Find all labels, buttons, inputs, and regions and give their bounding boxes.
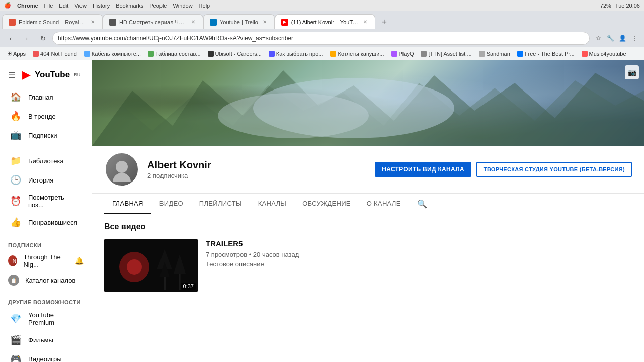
- tab-search-icon[interactable]: 🔍: [413, 195, 431, 213]
- menu-people[interactable]: People: [149, 3, 167, 9]
- tab-video[interactable]: ВИДЕО: [151, 194, 191, 214]
- svg-point-8: [127, 259, 142, 275]
- menu-file[interactable]: File: [44, 3, 53, 9]
- bookmark-table[interactable]: Таблица состав...: [145, 50, 203, 58]
- section-title: Все видео: [104, 222, 632, 231]
- sidebar-item-movies[interactable]: 🎬 Фильмы: [2, 330, 90, 349]
- bookmark-label: 404 Not Found: [40, 51, 77, 57]
- tab-favicon: [109, 19, 116, 26]
- menu-view[interactable]: View: [74, 3, 87, 9]
- video-thumbnail[interactable]: 0:37: [104, 239, 198, 292]
- menu-window[interactable]: Window: [173, 3, 192, 9]
- bookmark-ttn[interactable]: [TTN] Asset list ...: [418, 50, 474, 58]
- tab-title: (11) Albert Kovnir – YouTube: [291, 19, 359, 25]
- bookmark-ubisoft[interactable]: Ubisoft - Careers...: [205, 50, 265, 58]
- bookmark-apps[interactable]: ⊞ Apps: [4, 49, 29, 58]
- sidebar-item-through-nig[interactable]: TN Through The Nig... 🔔: [0, 250, 92, 272]
- sidebar-item-library[interactable]: 📁 Библиотека: [2, 151, 90, 170]
- movies-icon: 🎬: [10, 334, 20, 345]
- tab-trello[interactable]: Youtube | Trello ✕: [203, 14, 275, 29]
- menu-icon[interactable]: ⋮: [629, 33, 640, 44]
- youtube-logo-text: YouTube: [35, 70, 70, 80]
- profile-icon[interactable]: 👤: [617, 33, 628, 44]
- bookmark-kotlety[interactable]: Котлеты капуши...: [327, 50, 387, 58]
- sidebar-item-label: Подписки: [28, 132, 57, 139]
- sidebar-item-history[interactable]: 🕒 История: [2, 170, 90, 190]
- sidebar-item-label: В тренде: [28, 113, 56, 120]
- video-title[interactable]: TRAILER5: [206, 239, 632, 248]
- tab-chernobyl[interactable]: HD Смотреть сериал Чернобы... ✕: [103, 14, 203, 29]
- reload-button[interactable]: ↻: [36, 32, 49, 45]
- sidebar-item-liked[interactable]: 👍 Понравившиеся: [2, 213, 90, 232]
- url-bar[interactable]: https://www.youtube.com/channel/UCj-nOJ7…: [52, 32, 590, 45]
- menu-help[interactable]: Help: [199, 3, 210, 9]
- hamburger-icon[interactable]: ☰: [8, 70, 15, 80]
- bookmark-music4yt[interactable]: Music4youtube: [579, 50, 629, 58]
- channel-details: Albert Kovnir 2 подписчика: [147, 159, 375, 179]
- menu-bookmarks[interactable]: Bookmarks: [116, 3, 143, 9]
- tab-close-btn[interactable]: ✕: [362, 19, 369, 26]
- sidebar-item-subscriptions[interactable]: 📺 Подписки: [2, 126, 90, 145]
- bookmark-playq[interactable]: PlayQ: [388, 50, 417, 58]
- tab-main[interactable]: ГЛАВНАЯ: [104, 194, 151, 214]
- tab-close-btn[interactable]: ✕: [89, 19, 96, 26]
- apps-icon: ⊞: [7, 50, 12, 57]
- bookmark-how[interactable]: Как выбрать про...: [266, 50, 327, 58]
- video-meta: 7 просмотров • 20 часов назад: [206, 251, 632, 258]
- tab-about[interactable]: О КАНАЛЕ: [359, 194, 409, 214]
- subscriptions-section-title: ПОДПИСКИ: [0, 238, 92, 250]
- extensions-icon[interactable]: 🔧: [605, 33, 616, 44]
- creative-studio-button[interactable]: ТВОРЧЕСКАЯ СТУДИЯ YOUTUBE (БЕТА-ВЕРСИЯ): [476, 162, 632, 177]
- sidebar-item-label: Фильмы: [28, 336, 53, 344]
- sidebar-item-trending[interactable]: 🔥 В тренде: [2, 107, 90, 126]
- menu-edit[interactable]: Edit: [59, 3, 68, 9]
- bookmark-free[interactable]: Free - The Best Pr...: [514, 50, 578, 58]
- sidebar-item-games[interactable]: 🎮 Видеоигры: [2, 349, 90, 362]
- bookmark-404[interactable]: 404 Not Found: [30, 50, 80, 58]
- tab-playlists[interactable]: ПЛЕЙЛИСТЫ: [191, 194, 250, 214]
- tab-epidemic[interactable]: Epidemic Sound – Royalty Fre... ✕: [2, 14, 103, 29]
- bookmark-star-icon[interactable]: ☆: [593, 33, 604, 44]
- tab-channels[interactable]: КАНАЛЫ: [250, 194, 294, 214]
- channel-subscribers: 2 подписчика: [147, 172, 375, 179]
- back-button[interactable]: ‹: [4, 32, 17, 45]
- macos-menu: 🍎 Chrome File Edit View History Bookmark…: [4, 2, 210, 9]
- sidebar-item-home[interactable]: 🏠 Главная: [2, 87, 90, 107]
- menu-history[interactable]: History: [93, 3, 110, 9]
- new-tab-button[interactable]: +: [377, 15, 391, 29]
- home-icon: 🏠: [10, 92, 20, 103]
- tab-close-btn[interactable]: ✕: [190, 19, 197, 26]
- apple-icon[interactable]: 🍎: [4, 2, 11, 9]
- games-icon: 🎮: [10, 353, 20, 362]
- sidebar-item-label: YouTube Premium: [28, 311, 82, 326]
- tab-youtube-active[interactable]: ▶ (11) Albert Kovnir – YouTube ✕: [275, 14, 375, 29]
- customize-channel-button[interactable]: НАСТРОИТЬ ВИД КАНАЛА: [375, 162, 471, 177]
- bookmark-label: Free - The Best Pr...: [525, 51, 575, 57]
- video-description: Тестовое описание: [206, 260, 632, 268]
- premium-icon: 💎: [10, 313, 20, 324]
- tab-close-btn[interactable]: ✕: [261, 19, 268, 26]
- tab-favicon: ▶: [281, 19, 288, 26]
- sidebar: ☰ ▶ YouTubeRU 🏠 Главная 🔥 В тренде 📺 Под…: [0, 60, 92, 362]
- macos-status: 72% Tue 20:06: [600, 3, 640, 9]
- bookmark-label: PlayQ: [399, 51, 414, 57]
- sidebar-item-label: Библиотека: [28, 157, 64, 165]
- forward-button[interactable]: ›: [20, 32, 33, 45]
- tab-title: Epidemic Sound – Royalty Fre...: [19, 19, 86, 25]
- tab-discussion[interactable]: ОБСУЖДЕНИЕ: [294, 194, 359, 214]
- sidebar-item-watch-later[interactable]: ⏰ Посмотреть поз...: [2, 190, 90, 213]
- content-area: 📷 Albert Kovnir 2 подписчика НАСТРОИТЬ В…: [92, 60, 644, 362]
- sidebar-item-label: Видеоигры: [28, 355, 62, 363]
- subscriptions-icon: 📺: [10, 130, 20, 141]
- tab-title: Youtube | Trello: [220, 19, 258, 25]
- sidebar-item-catalog[interactable]: 📋 Каталог каналов: [0, 272, 92, 289]
- url-text: https://www.youtube.com/channel/UCj-nOJ7…: [58, 35, 293, 42]
- chrome-tabs-bar: Epidemic Sound – Royalty Fre... ✕ HD Смо…: [0, 11, 644, 29]
- bookmark-label: Таблица состав...: [155, 51, 200, 57]
- bookmark-cable[interactable]: Кабель компьюте...: [81, 50, 144, 58]
- addressbar-actions: ☆ 🔧 👤 ⋮: [593, 33, 640, 44]
- bookmark-sandman[interactable]: Sandman: [476, 50, 513, 58]
- banner-camera-button[interactable]: 📷: [625, 65, 639, 79]
- sidebar-item-premium[interactable]: 💎 YouTube Premium: [2, 307, 90, 330]
- library-icon: 📁: [10, 155, 20, 166]
